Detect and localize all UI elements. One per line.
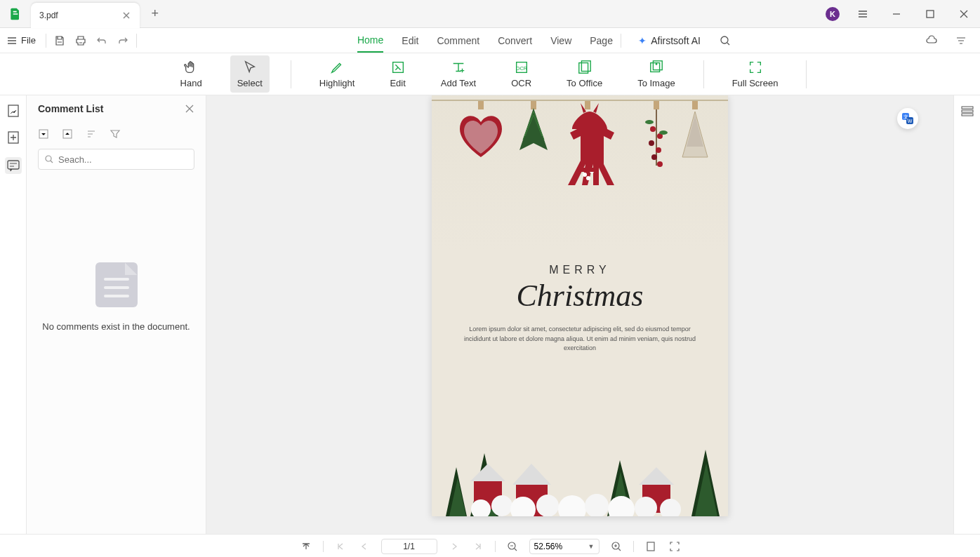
- svg-marker-38: [639, 467, 674, 485]
- divider: [46, 34, 46, 48]
- redo-icon[interactable]: [112, 30, 133, 51]
- last-icon[interactable]: [471, 539, 485, 553]
- new-tab-button[interactable]: +: [148, 7, 162, 21]
- divider: [495, 541, 496, 552]
- svg-point-24: [650, 126, 656, 132]
- divider: [136, 34, 137, 48]
- fit-page-icon[interactable]: [644, 539, 658, 553]
- panel-tools: [27, 122, 206, 146]
- tab-close-icon[interactable]: [121, 11, 131, 20]
- tool-addtext[interactable]: Add Text: [434, 55, 483, 93]
- maximize-icon[interactable]: [920, 4, 941, 25]
- menu-tabs: Home Edit Comment Convert View Page: [357, 29, 613, 53]
- comment-panel: Comment List No comments exist in the do…: [27, 95, 206, 534]
- print-icon[interactable]: [70, 30, 91, 51]
- prev-page-icon[interactable]: [357, 539, 371, 553]
- tool-ocr[interactable]: OCR OCR: [504, 55, 538, 93]
- svg-marker-36: [512, 464, 551, 485]
- zoom-in-icon[interactable]: [609, 539, 623, 553]
- bookmark-icon[interactable]: [6, 130, 20, 145]
- fullscreen-icon: [748, 60, 763, 75]
- expand-icon[interactable]: [38, 128, 49, 140]
- title-bar: 3.pdf + K: [0, 0, 980, 28]
- tool-select[interactable]: Select: [230, 55, 270, 93]
- tool-edit[interactable]: Edit: [383, 55, 412, 93]
- search-box[interactable]: [38, 149, 194, 170]
- page-number-input[interactable]: [381, 539, 437, 554]
- svg-point-30: [645, 120, 654, 124]
- image-icon: [649, 60, 664, 75]
- minimize-icon[interactable]: [886, 4, 907, 25]
- cloud-icon[interactable]: [921, 30, 942, 51]
- svg-point-39: [491, 495, 512, 516]
- first-icon[interactable]: [333, 539, 347, 553]
- first-page-icon[interactable]: [299, 539, 313, 553]
- svg-text:OCR: OCR: [515, 65, 527, 72]
- tool-fullscreen[interactable]: Full Screen: [725, 55, 786, 93]
- collapse-icon[interactable]: [62, 128, 73, 140]
- file-menu[interactable]: File: [0, 35, 43, 46]
- tab-comment[interactable]: Comment: [437, 29, 479, 52]
- comment-strip-icon[interactable]: [5, 157, 22, 174]
- search-input[interactable]: [58, 154, 188, 165]
- chevron-down-icon: ▼: [588, 543, 595, 550]
- tab-view[interactable]: View: [550, 29, 571, 52]
- hamburger-menu-icon[interactable]: [852, 4, 873, 25]
- svg-rect-16: [478, 101, 484, 109]
- divider: [703, 60, 704, 88]
- tool-office[interactable]: To Office: [559, 55, 609, 93]
- tool-highlight[interactable]: Highlight: [312, 55, 362, 93]
- svg-rect-18: [585, 101, 590, 109]
- svg-rect-22: [581, 168, 596, 172]
- svg-rect-57: [647, 542, 654, 551]
- berries-ornament-icon: [639, 101, 674, 182]
- save-icon[interactable]: [49, 30, 70, 51]
- divider: [806, 60, 807, 88]
- user-avatar[interactable]: K: [826, 7, 840, 21]
- tab-page[interactable]: Page: [590, 29, 613, 52]
- undo-icon[interactable]: [91, 30, 112, 51]
- document-tab[interactable]: 3.pdf: [31, 3, 140, 28]
- body-text: Lorem ipsum dolor sit amet, consectetur …: [432, 325, 728, 354]
- tab-edit[interactable]: Edit: [402, 29, 418, 52]
- tool-image[interactable]: To Image: [630, 55, 682, 93]
- translate-button[interactable]: 文W: [897, 108, 918, 129]
- svg-rect-23: [654, 101, 659, 109]
- search-icon[interactable]: [715, 30, 736, 51]
- settings-lines-icon[interactable]: [951, 30, 972, 51]
- ai-button[interactable]: ✦ Afirstsoft AI: [633, 32, 706, 49]
- panel-close-icon[interactable]: [185, 104, 194, 114]
- tab-home[interactable]: Home: [357, 29, 383, 53]
- tool-hand[interactable]: Hand: [173, 55, 209, 93]
- menu-lines-icon: [7, 36, 17, 46]
- divider: [323, 541, 324, 552]
- document-viewer[interactable]: MERRY Christmas Lorem ipsum dolor sit am…: [206, 95, 953, 534]
- document-page: MERRY Christmas Lorem ipsum dolor sit am…: [432, 95, 728, 516]
- left-sidebar-strip: [0, 95, 27, 534]
- svg-point-21: [586, 176, 590, 180]
- svg-rect-8: [653, 61, 662, 70]
- reindeer-ornament-icon: [551, 101, 628, 206]
- search-icon: [44, 154, 54, 164]
- fit-width-icon[interactable]: [668, 539, 682, 553]
- svg-point-15: [46, 156, 51, 161]
- zoom-select[interactable]: 52.56% ▼: [529, 539, 600, 554]
- panel-header: Comment List: [27, 95, 206, 122]
- tab-convert[interactable]: Convert: [498, 29, 532, 52]
- close-window-icon[interactable]: [953, 4, 974, 25]
- toolbar: Hand Select Highlight Edit Add Text OCR …: [0, 53, 980, 95]
- edit-icon: [390, 60, 406, 75]
- svg-point-43: [585, 494, 609, 516]
- addtext-icon: [451, 60, 466, 75]
- filter-icon[interactable]: [110, 128, 121, 140]
- main-area: Comment List No comments exist in the do…: [0, 95, 980, 534]
- menu-bar: File Home Edit Comment Convert View Page…: [0, 28, 980, 53]
- sparkle-icon: ✦: [638, 35, 647, 46]
- svg-point-41: [536, 495, 559, 516]
- next-page-icon[interactable]: [447, 539, 461, 553]
- sort-icon[interactable]: [86, 128, 97, 140]
- zoom-out-icon[interactable]: [505, 539, 519, 553]
- office-icon: [577, 60, 592, 75]
- thumbnail-icon[interactable]: [6, 104, 20, 118]
- properties-icon[interactable]: [960, 104, 974, 118]
